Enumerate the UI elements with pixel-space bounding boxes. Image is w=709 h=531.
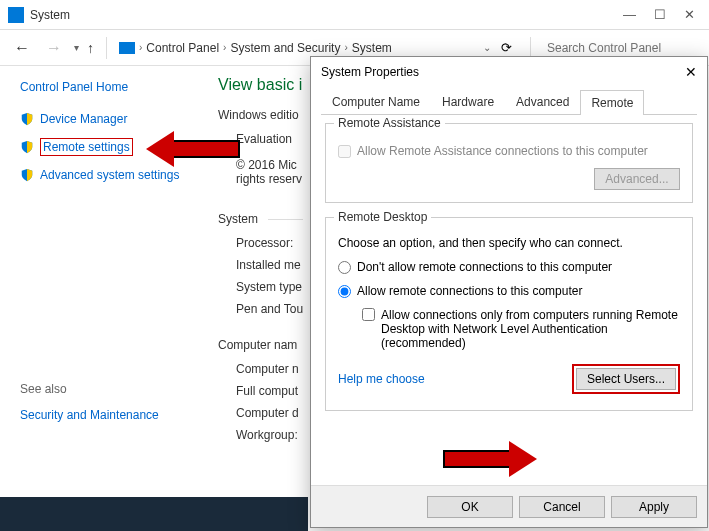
sidebar-item-label: Advanced system settings <box>40 168 179 182</box>
system-type-label: System type <box>218 276 303 298</box>
section-windows-edition: Windows editio <box>218 108 303 122</box>
sidebar-item-device-manager[interactable]: Device Manager <box>20 112 198 126</box>
radio-input[interactable] <box>338 285 351 298</box>
ram-label: Installed me <box>218 254 303 276</box>
breadcrumb-item[interactable]: System <box>350 39 394 57</box>
nla-checkbox[interactable]: Allow connections only from computers ru… <box>362 308 680 350</box>
radio-label: Don't allow remote connections to this c… <box>357 260 612 274</box>
checkbox-label: Allow connections only from computers ru… <box>381 308 680 350</box>
close-button[interactable]: ✕ <box>684 7 695 22</box>
separator <box>106 37 107 59</box>
main-content: View basic i Windows editio Evaluation ©… <box>210 66 303 446</box>
window-title: System <box>30 8 623 22</box>
tab-computer-name[interactable]: Computer Name <box>321 89 431 114</box>
dialog-tabs: Computer Name Hardware Advanced Remote <box>321 89 697 115</box>
shield-icon <box>20 140 34 154</box>
sidebar-item-label: Remote settings <box>40 138 133 156</box>
window-titlebar: System — ☐ ✕ <box>0 0 709 30</box>
processor-label: Processor: <box>218 232 303 254</box>
refresh-button[interactable]: ⟳ <box>501 40 512 55</box>
help-me-choose-link[interactable]: Help me choose <box>338 372 425 386</box>
dialog-title: System Properties <box>321 65 419 79</box>
tab-remote[interactable]: Remote <box>580 90 644 115</box>
control-panel-home-link[interactable]: Control Panel Home <box>20 80 198 94</box>
computer-name-label: Computer n <box>218 358 303 380</box>
radio-allow[interactable]: Allow remote connections to this compute… <box>338 284 680 298</box>
minimize-button[interactable]: — <box>623 7 636 22</box>
shield-icon <box>20 168 34 182</box>
radio-dont-allow[interactable]: Don't allow remote connections to this c… <box>338 260 680 274</box>
section-system: System <box>218 212 303 226</box>
see-also-heading: See also <box>20 382 198 396</box>
sidebar-item-label: Device Manager <box>40 112 127 126</box>
dialog-close-button[interactable]: ✕ <box>685 64 697 80</box>
remote-assistance-group: Remote Assistance Allow Remote Assistanc… <box>325 123 693 203</box>
chevron-right-icon[interactable]: › <box>344 42 347 53</box>
see-also-link[interactable]: Security and Maintenance <box>20 408 159 422</box>
taskbar-fragment <box>0 497 308 531</box>
tab-advanced[interactable]: Advanced <box>505 89 580 114</box>
monitor-icon <box>119 42 135 54</box>
group-title: Remote Assistance <box>334 116 445 130</box>
chevron-right-icon[interactable]: › <box>139 42 142 53</box>
pen-label: Pen and Tou <box>218 298 303 320</box>
sidebar: Control Panel Home Device Manager Remote… <box>0 66 210 446</box>
radio-label: Allow remote connections to this compute… <box>357 284 582 298</box>
up-button[interactable]: ↑ <box>87 40 94 56</box>
shield-icon <box>20 112 34 126</box>
chevron-down-icon[interactable]: ⌄ <box>483 42 491 53</box>
allow-remote-assistance-checkbox[interactable]: Allow Remote Assistance connections to t… <box>338 144 680 158</box>
checkbox-input[interactable] <box>338 145 351 158</box>
tab-hardware[interactable]: Hardware <box>431 89 505 114</box>
group-title: Remote Desktop <box>334 210 431 224</box>
checkbox-input[interactable] <box>362 308 375 321</box>
computer-desc-label: Computer d <box>218 402 303 424</box>
breadcrumb-item[interactable]: System and Security <box>228 39 342 57</box>
annotation-arrow <box>443 441 537 477</box>
section-computer-name: Computer nam <box>218 338 303 352</box>
apply-button[interactable]: Apply <box>611 496 697 518</box>
annotation-arrow <box>146 131 240 167</box>
maximize-button[interactable]: ☐ <box>654 7 666 22</box>
back-button[interactable]: ← <box>10 37 34 59</box>
chevron-right-icon[interactable]: › <box>223 42 226 53</box>
advanced-button[interactable]: Advanced... <box>594 168 680 190</box>
select-users-button[interactable]: Select Users... <box>576 368 676 390</box>
workgroup-label: Workgroup: <box>218 424 303 446</box>
ok-button[interactable]: OK <box>427 496 513 518</box>
page-title: View basic i <box>218 76 303 94</box>
breadcrumb-item[interactable]: Control Panel <box>144 39 221 57</box>
instruction-text: Choose an option, and then specify who c… <box>338 236 680 250</box>
sidebar-item-advanced-settings[interactable]: Advanced system settings <box>20 168 198 182</box>
remote-desktop-group: Remote Desktop Choose an option, and the… <box>325 217 693 411</box>
breadcrumb[interactable]: › Control Panel › System and Security › … <box>119 39 469 57</box>
cancel-button[interactable]: Cancel <box>519 496 605 518</box>
full-computer-label: Full comput <box>218 380 303 402</box>
checkbox-label: Allow Remote Assistance connections to t… <box>357 144 648 158</box>
dialog-footer: OK Cancel Apply <box>311 485 707 527</box>
forward-button[interactable]: → <box>42 37 66 59</box>
select-users-highlight: Select Users... <box>572 364 680 394</box>
radio-input[interactable] <box>338 261 351 274</box>
history-dropdown-icon[interactable]: ▾ <box>74 42 79 53</box>
system-icon <box>8 7 24 23</box>
